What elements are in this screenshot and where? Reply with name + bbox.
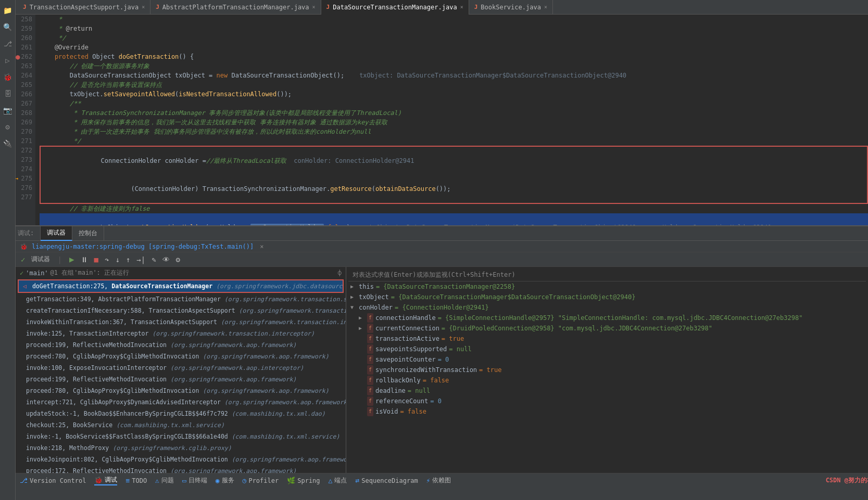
expand-txobject[interactable]: ▶ — [350, 292, 357, 302]
toolbar-problems[interactable]: ⚠ 问题 — [155, 476, 174, 485]
frame-11-text: updateStock:-1, BookDao$$EnhancerBySprin… — [26, 410, 325, 417]
stack-item-10[interactable]: intercept:721, CglibAopProxy$DynamicAdvi… — [16, 396, 346, 408]
stack-item-14[interactable]: invoke:218, MethodProxy (org.springframe… — [16, 442, 346, 454]
toolbar-debug-active[interactable]: 🐞 调试 — [94, 476, 117, 485]
toolbar-btn-check[interactable]: ✓ — [19, 254, 27, 265]
thread-header[interactable]: ✓ 'main' @1 在组'main': 正在运行 ⌽ — [16, 267, 346, 279]
close-tab-1[interactable]: × — [142, 4, 145, 10]
ln-259: 259 — [16, 24, 35, 33]
stack-item-15[interactable]: invokeJoinpoint:802, CglibAopProxy$Cglib… — [16, 454, 346, 465]
java-icon-2: J — [156, 4, 159, 10]
session-close[interactable]: × — [260, 243, 263, 250]
toolbar-dependency[interactable]: ⚡ 依赖图 — [426, 476, 451, 485]
session-name: lianpengju-master:spring-debug [spring-d… — [32, 243, 254, 250]
close-tab-3[interactable]: × — [460, 4, 463, 10]
code-line-260: */ — [40, 33, 868, 43]
sidebar-icon-settings[interactable]: ⚙ — [3, 121, 11, 133]
stack-item-2[interactable]: createTransactionIfNecessary:588, Transa… — [16, 305, 346, 316]
dependency-label: 依赖图 — [432, 476, 451, 485]
toolbar-btn-run-cursor[interactable]: →| — [134, 254, 147, 265]
toolbar-version-control[interactable]: ⎇ Version Control — [20, 477, 86, 484]
stack-item-8[interactable]: proceed:199, ReflectiveMethodInvocation … — [16, 374, 346, 385]
frame-12-text: checkout:25, BookService (com.mashibing.… — [26, 421, 224, 429]
var-conholder[interactable]: ▼ conHolder = {ConnectionHolder@2941} — [348, 302, 866, 313]
toolbar-sequence[interactable]: ⇄ SequenceDiagram — [355, 477, 418, 484]
var-this[interactable]: ▶ this = {DataSourceTransactionManager@2… — [348, 281, 866, 292]
code-pane[interactable]: * * @return */ @Override protected Objec… — [35, 15, 868, 225]
sidebar-icon-run[interactable]: ▷ — [3, 54, 11, 67]
endpoints-icon: △ — [329, 477, 333, 484]
ln-264: 264 — [16, 71, 35, 80]
toolbar-btn-pause[interactable]: ⏸ — [79, 254, 90, 265]
toolbar-btn-stop[interactable]: ■ — [92, 254, 100, 265]
frame-pkg-active: (org.springframework.jdbc.datasource) — [216, 283, 344, 290]
stack-item-13[interactable]: invoke:-1, BookService$$FastClassBySprin… — [16, 431, 346, 442]
stack-item-12[interactable]: checkout:25, BookService (com.mashibing.… — [16, 419, 346, 431]
expand-connhandle[interactable]: ▶ — [359, 313, 365, 323]
toolbar-separator: | — [55, 254, 64, 265]
bottom-toolbar: ⎇ Version Control 🐞 调试 ≡ TODO ⚠ 问题 ▭ 日终端… — [16, 473, 868, 488]
thread-status: @1 在组'main': 正在运行 — [51, 268, 129, 277]
thread-label: 'main' — [26, 270, 48, 277]
sidebar-icon-camera[interactable]: 📷 — [1, 104, 14, 117]
toolbar-terminal[interactable]: ▭ 日终端 — [182, 476, 207, 485]
var-refcount: f referenceCount = 0 — [348, 396, 866, 406]
var-rollbackonly: f rollbackOnly = false — [348, 375, 866, 386]
expand-this[interactable]: ▶ — [350, 282, 357, 291]
stack-item-7[interactable]: invoke:100, ExposeInvocationInterceptor … — [16, 362, 346, 374]
expand-curconn[interactable]: ▶ — [359, 324, 365, 333]
sidebar-icon-search[interactable]: 🔍 — [1, 21, 14, 33]
tab-transaction-aspect[interactable]: J TransactionAspectSupport.java × — [18, 0, 150, 15]
sidebar-icon-git[interactable]: ⎇ — [2, 37, 14, 50]
code-line-265: // 是否允许当前事务设置保持点 — [40, 80, 868, 89]
close-tab-4[interactable]: × — [544, 4, 547, 10]
stack-item-6[interactable]: proceed:780, CglibAopProxy$CglibMethodIn… — [16, 351, 346, 362]
sidebar-icon-folder[interactable]: 📁 — [1, 4, 14, 17]
tab-label-1: TransactionAspectSupport.java — [30, 4, 139, 11]
stack-item-4[interactable]: invoke:125, TransactionInterceptor (org.… — [16, 328, 346, 339]
f-badge-8: f — [367, 386, 373, 395]
tab-abstract-platform[interactable]: J AbstractPlatformTransactionManager.jav… — [150, 0, 321, 15]
toolbar-btn-resume[interactable]: ▶ — [67, 253, 77, 265]
toolbar-btn-step-over[interactable]: ↷ — [103, 254, 111, 265]
vc-icon: ⎇ — [20, 477, 28, 484]
toolbar-btn-step-into[interactable]: ↓ — [113, 254, 121, 265]
expand-conholder[interactable]: ▼ — [350, 303, 357, 312]
var-curconn[interactable]: ▶ f currentConnection = {DruidPooledConn… — [348, 323, 866, 334]
toolbar-btn-watch[interactable]: 👁 — [160, 254, 172, 265]
toolbar-profiler[interactable]: ◷ Profiler — [243, 477, 279, 484]
toolbar-endpoints[interactable]: △ 端点 — [329, 476, 347, 485]
tab-book-service[interactable]: J BookService.java × — [469, 0, 553, 15]
debug-tab-debugger[interactable]: 调试器 — [41, 226, 72, 241]
sidebar-icon-db[interactable]: 🗄 — [2, 87, 14, 100]
toolbar-services[interactable]: ◉ 服务 — [216, 476, 234, 485]
close-tab-2[interactable]: × — [312, 4, 316, 10]
sidebar-icon-debug[interactable]: 🐞 — [1, 71, 14, 83]
sidebar-icon-plug[interactable]: 🔌 — [1, 137, 14, 150]
csdn-text: CSDN @努力的布布 — [826, 477, 868, 484]
profiler-label: Profiler — [248, 477, 279, 484]
stack-item-1[interactable]: getTransaction:349, AbstractPlatformTran… — [16, 293, 346, 305]
var-connhandle[interactable]: ▶ f connectionHandle = {SimpleConnection… — [348, 313, 866, 323]
toolbar-todo[interactable]: ≡ TODO — [125, 477, 147, 484]
stack-item-3[interactable]: invokeWithinTransaction:367, Transaction… — [16, 316, 346, 328]
filter-icon[interactable]: ⌽ — [338, 270, 342, 277]
code-line-266: txObject.setSavepointAllowed(isNestedTra… — [40, 89, 868, 99]
debug-tab-console[interactable]: 控制台 — [72, 226, 104, 241]
stack-item-11[interactable]: updateStock:-1, BookDao$$EnhancerBySprin… — [16, 408, 346, 419]
var-svptcounter: f savepointCounter = 0 — [348, 354, 866, 365]
toolbar-spring[interactable]: 🌿 Spring — [287, 477, 320, 484]
toolbar-btn-eval[interactable]: ✎ — [149, 254, 158, 265]
active-stack-frame[interactable]: ◁ doGetTransaction:275, DataSourceTransa… — [18, 279, 344, 293]
toolbar-btn-step-out[interactable]: ↑ — [124, 254, 132, 265]
frame-3-text: invokeWithinTransaction:367, Transaction… — [26, 318, 346, 326]
stack-item-5[interactable]: proceed:199, ReflectiveMethodInvocation … — [16, 339, 346, 351]
endpoints-label: 端点 — [334, 476, 347, 485]
var-txobject[interactable]: ▶ txObject = {DataSourceTransactionManag… — [348, 292, 866, 302]
tab-datasource-tm[interactable]: J DataSourceTransactionManager.java × — [321, 0, 469, 15]
toolbar-btn-settings[interactable]: ⚙ — [174, 254, 182, 265]
stack-item-9[interactable]: proceed:780, CglibAopProxy$CglibMethodIn… — [16, 385, 346, 396]
code-line-271: */ — [40, 136, 868, 146]
f-badge-4: f — [367, 344, 373, 354]
f-badge-2: f — [367, 324, 373, 333]
